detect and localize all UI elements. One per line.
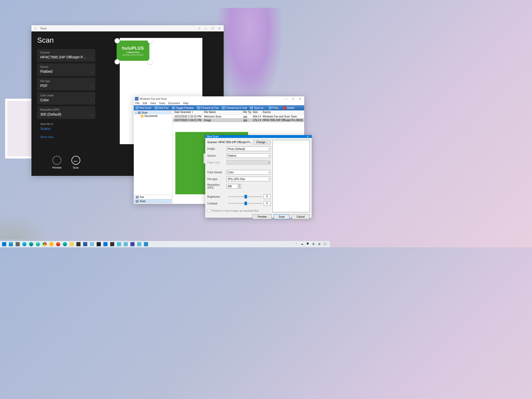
contrast-slider[interactable]: [228, 203, 262, 204]
menu-view[interactable]: View: [150, 102, 156, 105]
security-icon[interactable]: ⛊: [307, 242, 310, 246]
spinner-up-icon[interactable]: ▲: [238, 184, 241, 186]
taskbar-app[interactable]: [136, 242, 142, 247]
col-filetype[interactable]: File Type: [241, 110, 251, 114]
volume-icon[interactable]: 🔊: [318, 242, 322, 246]
slider-thumb[interactable]: [244, 195, 247, 198]
scan-titlebar[interactable]: ≡ Scan ⤢ — ☐ ✕: [31, 25, 224, 31]
tree-documents-node[interactable]: Documents: [134, 114, 172, 118]
profile-select[interactable]: Photo (Default)▾: [227, 147, 270, 151]
edge-button[interactable]: [21, 242, 27, 247]
taskbar-app[interactable]: [116, 242, 122, 247]
crop-handle-tr[interactable]: [148, 38, 153, 43]
taskbar-app[interactable]: [62, 242, 68, 247]
firefox-button[interactable]: [55, 242, 61, 247]
close-button[interactable]: ✕: [296, 96, 303, 101]
spinner-down-icon[interactable]: ▼: [238, 186, 241, 188]
filetype-dropdown[interactable]: File type PDF ⌄: [37, 78, 95, 90]
cancel-button[interactable]: Cancel: [292, 214, 310, 219]
delete-button[interactable]: Delete: [282, 106, 296, 110]
scan-button[interactable]: Scan: [71, 156, 80, 169]
taskview-button[interactable]: [89, 242, 95, 247]
close-button[interactable]: ✕: [305, 135, 310, 138]
scanner-dropdown[interactable]: Scanner HP4C7695 (HP Officejet Pro 8620)…: [37, 49, 95, 62]
minimize-button[interactable]: —: [283, 96, 290, 101]
taskbar-app[interactable]: [109, 242, 115, 247]
preview-button[interactable]: Preview: [252, 214, 272, 219]
fax-tab[interactable]: Fax: [134, 195, 172, 199]
menu-file[interactable]: File: [135, 102, 139, 105]
scan-button[interactable]: Scan: [274, 214, 290, 219]
close-button[interactable]: ✕: [216, 25, 223, 31]
filetype-select[interactable]: JPG (JPG File)▾: [227, 177, 270, 181]
resolution-dropdown[interactable]: Resolution (DPI) 300 (Default) ⌄: [37, 106, 95, 119]
save-as-button[interactable]: Save as...: [249, 106, 267, 110]
new-scan-button[interactable]: New Scan: [134, 106, 153, 110]
onedrive-icon[interactable]: ☁: [301, 242, 304, 246]
minimize-button[interactable]: —: [202, 25, 209, 31]
taskbar-app[interactable]: [129, 242, 135, 247]
preview-button[interactable]: Preview: [52, 156, 62, 169]
source-dropdown[interactable]: Source Flatbed ⌄: [37, 63, 95, 76]
maximize-button[interactable]: ☐: [209, 25, 216, 31]
menu-edit[interactable]: Edit: [143, 102, 147, 105]
taskbar-app[interactable]: [28, 242, 34, 247]
expand-icon[interactable]: ⤢: [196, 25, 202, 31]
col-source[interactable]: Source: [261, 110, 304, 114]
source-select[interactable]: Flatbed▾: [227, 153, 270, 158]
tree-scan-node[interactable]: ⌄Scan: [134, 111, 172, 114]
col-date[interactable]: Date Scanned /: [173, 110, 202, 114]
taskbar-app[interactable]: [102, 242, 108, 247]
colorformat-select[interactable]: Color▾: [227, 170, 270, 175]
table-row[interactable]: 10/22/2020 2:33:15 PM Welcome Scan .jpg …: [173, 115, 304, 118]
crop-handle-tl[interactable]: [115, 38, 120, 43]
scan-tab[interactable]: Scan: [134, 199, 172, 203]
newscan-titlebar[interactable]: New Scan ✕: [205, 135, 312, 138]
menu-help[interactable]: Help: [183, 102, 189, 105]
print-button[interactable]: Print...: [267, 106, 281, 110]
action-center-icon[interactable]: 💬: [324, 242, 327, 246]
settings-button[interactable]: [15, 242, 21, 247]
taskbar-app[interactable]: [143, 242, 149, 247]
search-button[interactable]: [8, 242, 14, 247]
new-fax-button[interactable]: New Fax: [153, 106, 170, 110]
explorer-button[interactable]: [69, 242, 75, 247]
menu-tools[interactable]: Tools: [159, 102, 165, 105]
terminal-button[interactable]: [96, 242, 102, 247]
store-button[interactable]: [75, 242, 81, 247]
crop-handle-br[interactable]: [148, 59, 153, 64]
slider-thumb[interactable]: [244, 202, 247, 205]
forward-fax-button[interactable]: Forward as Fax: [196, 106, 220, 110]
maximize-button[interactable]: ☐: [290, 96, 296, 101]
chrome-button[interactable]: [42, 242, 48, 247]
taskbar-app[interactable]: [48, 242, 54, 247]
separate-files-checkbox[interactable]: [207, 209, 210, 212]
taskbar-app[interactable]: [123, 242, 129, 247]
savefile-link[interactable]: Save file to Scans: [37, 121, 95, 133]
tray-chevron-icon[interactable]: ⌃: [295, 242, 299, 246]
col-size[interactable]: Size: [251, 110, 261, 114]
hamburger-icon[interactable]: ≡: [32, 27, 39, 30]
brightness-value[interactable]: 0: [264, 194, 270, 199]
dpi-spinner[interactable]: ▲▼: [238, 184, 241, 189]
menu-document[interactable]: Document: [168, 102, 180, 105]
dpi-input[interactable]: [227, 184, 238, 189]
app-icon: [130, 242, 135, 246]
brightness-slider[interactable]: [228, 196, 262, 197]
newscan-preview-area[interactable]: [272, 140, 310, 212]
crop-handle-bl[interactable]: [115, 59, 120, 64]
fax-titlebar[interactable]: Windows Fax and Scan — ☐ ✕: [134, 96, 304, 101]
powershell-button[interactable]: [82, 242, 88, 247]
toggle-preview-button[interactable]: Toggle Preview: [170, 106, 195, 110]
change-scanner-button[interactable]: Change...: [253, 140, 270, 144]
scan-crop-region[interactable]: huluPLUS 1 Month Free www.huluplus.com/X…: [117, 41, 149, 61]
forward-email-button[interactable]: Forward as E-mail: [221, 106, 248, 110]
colormode-dropdown[interactable]: Color mode Color ⌄: [37, 92, 95, 105]
show-less-link[interactable]: Show less: [37, 133, 95, 141]
taskbar-app[interactable]: [35, 242, 41, 247]
table-row[interactable]: 10/27/2020 1:34:21 PM Image .jpg 176.2 K…: [173, 118, 304, 122]
start-button[interactable]: [1, 242, 7, 247]
network-icon[interactable]: 🖧: [312, 242, 316, 246]
col-filename[interactable]: File Name: [202, 110, 241, 114]
contrast-value[interactable]: 0: [264, 201, 270, 206]
